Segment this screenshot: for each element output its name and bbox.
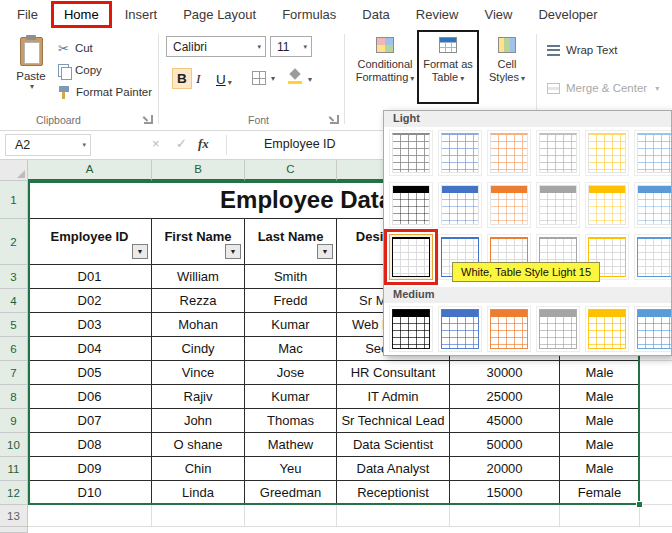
select-all-corner[interactable] — [0, 160, 28, 181]
underline-button[interactable]: U ▾ — [216, 68, 232, 89]
cell-E7[interactable]: 30000 — [450, 361, 560, 385]
table-style-thumb[interactable] — [634, 130, 672, 176]
table-style-thumb[interactable] — [438, 306, 482, 352]
table-style-thumb[interactable] — [585, 306, 629, 352]
cell-E10[interactable]: 50000 — [450, 433, 560, 457]
cell-C6[interactable]: Mac — [245, 337, 337, 361]
cell-C9[interactable]: Thomas — [245, 409, 337, 433]
cell-F8[interactable]: Male — [560, 385, 640, 409]
filter-dropdown-icon[interactable]: ▼ — [132, 244, 148, 259]
row-header-4[interactable]: 4 — [0, 289, 28, 313]
cell-F10[interactable]: Male — [560, 433, 640, 457]
menu-tab-view[interactable]: View — [471, 1, 525, 28]
cell-G7[interactable] — [640, 361, 672, 385]
cell-C13[interactable] — [245, 505, 337, 527]
cell-B12[interactable]: Linda — [152, 481, 245, 505]
wrap-text-button[interactable]: Wrap Text — [547, 44, 617, 56]
cell-D13[interactable] — [337, 505, 450, 527]
cell-G8[interactable] — [640, 385, 672, 409]
cell-G9[interactable] — [640, 409, 672, 433]
conditional-formatting-button[interactable]: Conditional Formatting▾ — [352, 34, 418, 100]
cell-B7[interactable]: Vince — [152, 361, 245, 385]
menu-tab-insert[interactable]: Insert — [112, 1, 171, 28]
font-dialog-launcher-icon[interactable] — [330, 115, 339, 124]
cut-button[interactable]: ✂ Cut — [58, 38, 93, 58]
cell-C5[interactable]: Kumar — [245, 313, 337, 337]
cell-A11[interactable]: D09 — [28, 457, 152, 481]
cell-G10[interactable] — [640, 433, 672, 457]
cell-E12[interactable]: 15000 — [450, 481, 560, 505]
table-style-thumb[interactable] — [585, 182, 629, 228]
menu-tab-developer[interactable]: Developer — [525, 1, 610, 28]
paste-button[interactable]: Paste ▾ — [8, 34, 54, 122]
row-header-6[interactable]: 6 — [0, 337, 28, 361]
row-header-7[interactable]: 7 — [0, 361, 28, 385]
cancel-icon[interactable]: × — [152, 136, 160, 152]
table-style-thumb[interactable] — [634, 306, 672, 352]
table-style-thumb[interactable] — [438, 130, 482, 176]
cell-E8[interactable]: 25000 — [450, 385, 560, 409]
row-header-8[interactable]: 8 — [0, 385, 28, 409]
font-size-select[interactable]: 11 ▾ — [270, 36, 312, 57]
table-style-thumb[interactable] — [389, 306, 433, 352]
font-name-select[interactable]: Calibri ▾ — [166, 36, 266, 57]
row-header-9[interactable]: 9 — [0, 409, 28, 433]
row-header-10[interactable]: 10 — [0, 433, 28, 457]
row-header-11[interactable]: 11 — [0, 457, 28, 481]
cell-B8[interactable]: Rajiv — [152, 385, 245, 409]
cell-A10[interactable]: D08 — [28, 433, 152, 457]
cell-B3[interactable]: William — [152, 265, 245, 289]
cell-A9[interactable]: D07 — [28, 409, 152, 433]
menu-tab-home[interactable]: Home — [51, 1, 112, 28]
name-box[interactable]: A2 ▾ — [5, 134, 91, 156]
column-header-C[interactable]: C — [245, 160, 337, 181]
menu-tab-formulas[interactable]: Formulas — [269, 1, 349, 28]
menu-tab-data[interactable]: Data — [349, 1, 402, 28]
table-style-thumb[interactable] — [634, 182, 672, 228]
menu-tab-page-layout[interactable]: Page Layout — [170, 1, 269, 28]
row-header-5[interactable]: 5 — [0, 313, 28, 337]
cell-G13[interactable] — [640, 505, 672, 527]
italic-button[interactable]: I — [196, 68, 201, 89]
column-header-B[interactable]: B — [152, 160, 245, 181]
cell-F12[interactable]: Female — [560, 481, 640, 505]
cell-B2[interactable]: First Name▼ — [152, 219, 245, 265]
cell-C2[interactable]: Last Name▼ — [245, 219, 337, 265]
cell-B13[interactable] — [152, 505, 245, 527]
table-style-thumb[interactable] — [487, 130, 531, 176]
cell-styles-button[interactable]: Cell Styles▾ — [484, 34, 530, 100]
cell-C8[interactable]: Kumar — [245, 385, 337, 409]
table-style-thumb[interactable] — [487, 182, 531, 228]
table-style-thumb[interactable] — [389, 182, 433, 228]
cell-E11[interactable]: 20000 — [450, 457, 560, 481]
clipboard-dialog-launcher-icon[interactable] — [144, 115, 153, 124]
table-style-thumb[interactable] — [389, 130, 433, 176]
cell-A7[interactable]: D05 — [28, 361, 152, 385]
cell-B10[interactable]: O shane — [152, 433, 245, 457]
column-header-A[interactable]: A — [28, 160, 152, 181]
cell-F13[interactable] — [560, 505, 640, 527]
cell-F11[interactable]: Male — [560, 457, 640, 481]
cell-F9[interactable]: Male — [560, 409, 640, 433]
filter-dropdown-icon[interactable]: ▼ — [225, 244, 241, 259]
table-style-thumb[interactable] — [536, 306, 580, 352]
fill-handle[interactable] — [636, 501, 643, 508]
cell-A12[interactable]: D10 — [28, 481, 152, 505]
table-style-thumb[interactable] — [536, 182, 580, 228]
cell-D8[interactable]: IT Admin — [337, 385, 450, 409]
cell-E9[interactable]: 45000 — [450, 409, 560, 433]
cell-D11[interactable]: Data Analyst — [337, 457, 450, 481]
format-painter-button[interactable]: Format Painter — [58, 82, 152, 102]
format-as-table-button[interactable]: Format as Table▾ — [421, 34, 475, 100]
row-header-2[interactable]: 2 — [0, 219, 28, 265]
enter-icon[interactable]: ✓ — [176, 136, 187, 152]
cell-A6[interactable]: D04 — [28, 337, 152, 361]
cell-B5[interactable]: Mohan — [152, 313, 245, 337]
cell-D10[interactable]: Data Scientist — [337, 433, 450, 457]
cell-E13[interactable] — [450, 505, 560, 527]
cell-D7[interactable]: HR Consultant — [337, 361, 450, 385]
cell-G11[interactable] — [640, 457, 672, 481]
table-style-thumb[interactable] — [634, 234, 672, 280]
table-style-thumb[interactable] — [536, 130, 580, 176]
cell-C12[interactable]: Greedman — [245, 481, 337, 505]
